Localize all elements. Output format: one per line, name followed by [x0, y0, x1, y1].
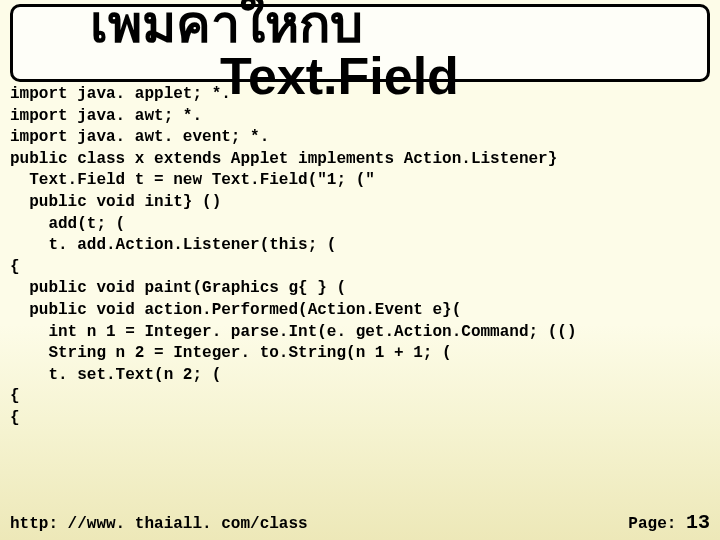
- code-line: Text.Field t = new Text.Field("1; (": [10, 170, 710, 192]
- code-line: public void action.Performed(Action.Even…: [10, 300, 710, 322]
- code-line: public void init} (): [10, 192, 710, 214]
- code-line: import java. awt. event; *.: [10, 127, 710, 149]
- code-line: t. set.Text(n 2; (: [10, 365, 710, 387]
- code-line: t. add.Action.Listener(this; (: [10, 235, 710, 257]
- code-line: public class x extends Applet implements…: [10, 149, 710, 171]
- footer-page: Page: 13: [628, 511, 710, 534]
- page-label: Page:: [628, 515, 676, 533]
- code-line: import java. awt; *.: [10, 106, 710, 128]
- code-line: add(t; (: [10, 214, 710, 236]
- code-line: {: [10, 386, 710, 408]
- code-line: {: [10, 408, 710, 430]
- code-line: int n 1 = Integer. parse.Int(e. get.Acti…: [10, 322, 710, 344]
- code-line: String n 2 = Integer. to.String(n 1 + 1;…: [10, 343, 710, 365]
- code-line: {: [10, 257, 710, 279]
- code-block: import java. applet; *. import java. awt…: [10, 84, 710, 430]
- code-line: public void paint(Graphics g{ } (: [10, 278, 710, 300]
- footer: http: //www. thaiall. com/class Page: 13: [10, 511, 710, 534]
- page-number: 13: [686, 511, 710, 534]
- slide-title: เพมคาใหกบ Text.Field: [90, 0, 459, 102]
- footer-url: http: //www. thaiall. com/class: [10, 515, 308, 533]
